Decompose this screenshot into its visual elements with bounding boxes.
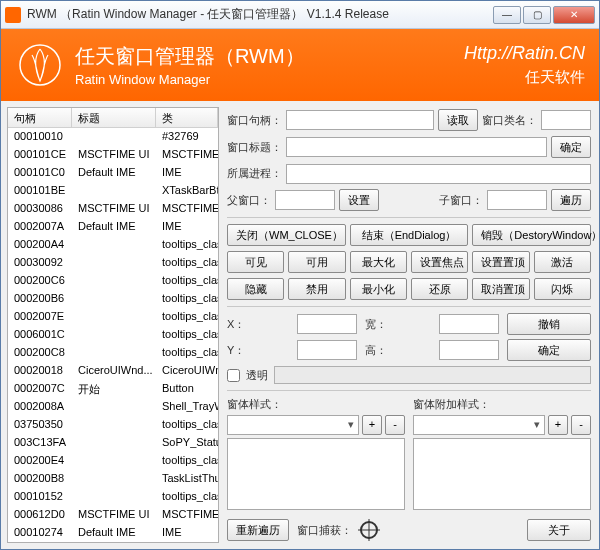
destroy-window-button[interactable]: 销毁（DestoryWindow） bbox=[472, 224, 591, 246]
table-body[interactable]: 00010010#32769000101CEMSCTFIME UIMSCTFIM… bbox=[8, 128, 218, 542]
y-input[interactable] bbox=[297, 340, 357, 360]
label-x: X： bbox=[227, 317, 289, 332]
parent-set-button[interactable]: 设置 bbox=[339, 189, 379, 211]
table-row[interactable]: 0006001Ctooltips_class32 bbox=[8, 326, 218, 344]
style-combo[interactable] bbox=[227, 415, 359, 435]
table-row[interactable]: 000200A4tooltips_class32 bbox=[8, 236, 218, 254]
label-handle: 窗口句柄： bbox=[227, 113, 282, 128]
setfocus-button[interactable]: 设置焦点 bbox=[411, 251, 468, 273]
exstyle-add-button[interactable]: + bbox=[548, 415, 568, 435]
label-classname: 窗口类名： bbox=[482, 113, 537, 128]
window-list: 句柄 标题 类 00010010#32769000101CEMSCTFIME U… bbox=[7, 107, 219, 543]
visible-button[interactable]: 可见 bbox=[227, 251, 284, 273]
table-row[interactable]: 000101CEMSCTFIME UIMSCTFIME UI bbox=[8, 146, 218, 164]
activate-button[interactable]: 激活 bbox=[534, 251, 591, 273]
col-class[interactable]: 类 bbox=[156, 108, 218, 127]
table-header[interactable]: 句柄 标题 类 bbox=[8, 108, 218, 128]
table-row[interactable]: 00020018CiceroUIWnd...CiceroUIWndFra bbox=[8, 362, 218, 380]
close-wm-button[interactable]: 关闭（WM_CLOSE） bbox=[227, 224, 346, 246]
exstyle-list[interactable] bbox=[413, 438, 591, 510]
end-dialog-button[interactable]: 结束（EndDialog） bbox=[350, 224, 469, 246]
capture-target-icon[interactable] bbox=[360, 521, 378, 539]
notopmost-button[interactable]: 取消置顶 bbox=[472, 278, 529, 300]
disable-button[interactable]: 禁用 bbox=[288, 278, 345, 300]
table-row[interactable]: 000101BEXTaskBarBtn bbox=[8, 182, 218, 200]
table-row[interactable]: 000101C0Default IMEIME bbox=[8, 164, 218, 182]
process-input[interactable] bbox=[286, 164, 591, 184]
label-capture: 窗口捕获： bbox=[297, 523, 352, 538]
retraverse-button[interactable]: 重新遍历 bbox=[227, 519, 289, 541]
banner: 任天窗口管理器（RWM） Ratin Window Manager Http:/… bbox=[1, 29, 599, 101]
banner-title: 任天窗口管理器（RWM） bbox=[75, 43, 464, 70]
enable-button[interactable]: 可用 bbox=[288, 251, 345, 273]
read-button[interactable]: 读取 bbox=[438, 109, 478, 131]
maximize-window-button[interactable]: 最大化 bbox=[350, 251, 407, 273]
title-ok-button[interactable]: 确定 bbox=[551, 136, 591, 158]
table-row[interactable]: 0002007C开始Button bbox=[8, 380, 218, 398]
table-row[interactable]: 0002007Etooltips_class32 bbox=[8, 308, 218, 326]
classname-input[interactable] bbox=[541, 110, 591, 130]
table-row[interactable]: 000200E4tooltips_class32 bbox=[8, 452, 218, 470]
details-panel: 窗口句柄： 读取 窗口类名： 窗口标题： 确定 所属进程： 父窗口： 设置 子窗… bbox=[225, 107, 593, 543]
table-row[interactable]: 0002007ADefault IMEIME bbox=[8, 218, 218, 236]
label-w: 宽： bbox=[365, 317, 431, 332]
exstyle-remove-button[interactable]: - bbox=[571, 415, 591, 435]
label-h: 高： bbox=[365, 343, 431, 358]
label-process: 所属进程： bbox=[227, 166, 282, 181]
minimize-window-button[interactable]: 最小化 bbox=[350, 278, 407, 300]
col-title[interactable]: 标题 bbox=[72, 108, 156, 127]
maximize-button[interactable]: ▢ bbox=[523, 6, 551, 24]
label-exstyle: 窗体附加样式： bbox=[413, 397, 591, 412]
restore-button[interactable]: 还原 bbox=[411, 278, 468, 300]
label-y: Y： bbox=[227, 343, 289, 358]
transparency-slider[interactable] bbox=[274, 366, 591, 384]
table-row[interactable]: 00030092tooltips_class32 bbox=[8, 254, 218, 272]
transparent-checkbox[interactable] bbox=[227, 369, 240, 382]
style-remove-button[interactable]: - bbox=[385, 415, 405, 435]
style-list[interactable] bbox=[227, 438, 405, 510]
logo-icon bbox=[15, 40, 65, 90]
close-button[interactable]: ✕ bbox=[553, 6, 595, 24]
label-transparent: 透明 bbox=[246, 368, 268, 383]
table-row[interactable]: 0002008AShell_TrayWnd bbox=[8, 398, 218, 416]
minimize-button[interactable]: — bbox=[493, 6, 521, 24]
table-row[interactable]: 000200C8tooltips_class32 bbox=[8, 344, 218, 362]
parent-input[interactable] bbox=[275, 190, 335, 210]
label-title: 窗口标题： bbox=[227, 140, 282, 155]
table-row[interactable]: 000200B6tooltips_class32 bbox=[8, 290, 218, 308]
style-add-button[interactable]: + bbox=[362, 415, 382, 435]
col-handle[interactable]: 句柄 bbox=[8, 108, 72, 127]
h-input[interactable] bbox=[439, 340, 499, 360]
svg-point-0 bbox=[20, 45, 60, 85]
hide-button[interactable]: 隐藏 bbox=[227, 278, 284, 300]
child-input[interactable] bbox=[487, 190, 547, 210]
x-input[interactable] bbox=[297, 314, 357, 334]
topmost-button[interactable]: 设置置顶 bbox=[472, 251, 529, 273]
table-row[interactable]: 000200B8TaskListThumbn bbox=[8, 470, 218, 488]
table-row[interactable]: 03750350tooltips_class32 bbox=[8, 416, 218, 434]
flash-button[interactable]: 闪烁 bbox=[534, 278, 591, 300]
label-child: 子窗口： bbox=[439, 193, 483, 208]
app-window: RWM （Ratin Window Manager - 任天窗口管理器） V1.… bbox=[0, 0, 600, 550]
banner-brand: 任天软件 bbox=[464, 68, 585, 87]
table-row[interactable]: 000612D0MSCTFIME UIMSCTFIME UI bbox=[8, 506, 218, 524]
window-title: RWM （Ratin Window Manager - 任天窗口管理器） V1.… bbox=[27, 6, 493, 23]
table-row[interactable]: 00010152tooltips_class32 bbox=[8, 488, 218, 506]
banner-subtitle: Ratin Window Manager bbox=[75, 72, 464, 87]
title-input[interactable] bbox=[286, 137, 547, 157]
coord-ok-button[interactable]: 确定 bbox=[507, 339, 591, 361]
about-button[interactable]: 关于 bbox=[527, 519, 591, 541]
traverse-button[interactable]: 遍历 bbox=[551, 189, 591, 211]
w-input[interactable] bbox=[439, 314, 499, 334]
exstyle-combo[interactable] bbox=[413, 415, 545, 435]
table-row[interactable]: 000200C6tooltips_class32 bbox=[8, 272, 218, 290]
banner-url[interactable]: Http://Ratin.CN bbox=[464, 43, 585, 64]
table-row[interactable]: 00030086MSCTFIME UIMSCTFIME UI bbox=[8, 200, 218, 218]
handle-input[interactable] bbox=[286, 110, 434, 130]
app-icon bbox=[5, 7, 21, 23]
titlebar[interactable]: RWM （Ratin Window Manager - 任天窗口管理器） V1.… bbox=[1, 1, 599, 29]
table-row[interactable]: 003C13FASoPY_Status bbox=[8, 434, 218, 452]
table-row[interactable]: 00010010#32769 bbox=[8, 128, 218, 146]
table-row[interactable]: 00010274Default IMEIME bbox=[8, 524, 218, 542]
undo-button[interactable]: 撤销 bbox=[507, 313, 591, 335]
